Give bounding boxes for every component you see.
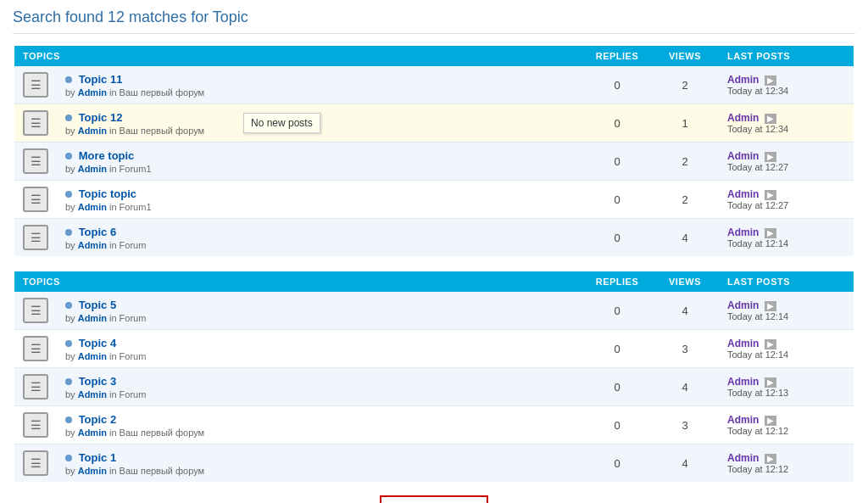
- topic-icon-cell: ☰: [14, 406, 57, 444]
- topic-title-link[interactable]: Topic 6: [79, 226, 117, 238]
- topic-icon: ☰: [23, 374, 48, 400]
- author-link[interactable]: Admin: [78, 126, 107, 136]
- topic-subtitle: by Admin in Forum: [65, 389, 575, 400]
- last-author-link[interactable]: Admin: [727, 376, 759, 388]
- last-post-time: Today at 12:14: [727, 238, 845, 249]
- topic-icon-cell: ☰: [14, 143, 57, 181]
- last-author-link[interactable]: Admin: [727, 150, 759, 162]
- forum-table-1: TOPICS REPLIES VIEWS LAST POSTS ☰ Topic …: [13, 44, 855, 258]
- topic-icon: ☰: [23, 187, 48, 212]
- table2-replies-header: REPLIES: [583, 271, 651, 292]
- author-link[interactable]: Admin: [78, 351, 107, 361]
- last-post-icon: ▶: [765, 114, 776, 124]
- author-link[interactable]: Admin: [78, 466, 107, 476]
- last-post-time: Today at 12:14: [727, 311, 845, 321]
- topic-title-link[interactable]: Topic 4: [79, 337, 117, 349]
- last-post-time: Today at 12:34: [727, 124, 845, 134]
- topic-icon: ☰: [23, 336, 48, 361]
- last-post-icon: ▶: [765, 152, 776, 162]
- author-link[interactable]: Admin: [78, 428, 107, 438]
- topic-subtitle: by Admin in Ваш первый форум: [65, 466, 575, 476]
- last-post-icon: ▶: [765, 377, 776, 388]
- topic-title-link[interactable]: Topic 1: [79, 451, 117, 464]
- topic-subtitle: by Admin in Forum: [65, 313, 575, 323]
- author-link[interactable]: Admin: [78, 240, 107, 250]
- last-post-time: Today at 12:12: [727, 464, 845, 474]
- topic-title-cell: Topic 6 by Admin in Forum: [57, 219, 583, 258]
- last-post-time: Today at 12:12: [727, 426, 845, 436]
- topic-dot: [65, 416, 72, 423]
- last-post-cell: Admin ▶ Today at 12:14: [719, 219, 854, 258]
- topic-icon: ☰: [23, 148, 48, 174]
- pagination-area: [13, 495, 855, 503]
- author-link[interactable]: Admin: [78, 202, 107, 212]
- topic-title-link[interactable]: Topic 11: [79, 73, 123, 86]
- views-cell: 2: [651, 181, 719, 219]
- topic-dot: [65, 455, 72, 461]
- table2-lastposts-header: LAST POSTS: [719, 271, 854, 292]
- topic-title-cell: More topic by Admin in Forum1: [57, 143, 583, 181]
- forum-table-2: TOPICS REPLIES VIEWS LAST POSTS ☰ Topic …: [13, 270, 855, 483]
- views-cell: 3: [651, 330, 719, 368]
- last-post-icon: ▶: [765, 339, 776, 349]
- views-cell: 2: [651, 66, 719, 104]
- table2-views-header: VIEWS: [651, 271, 719, 292]
- topic-subtitle: by Admin in Ваш первый форум: [65, 428, 575, 438]
- views-cell: 2: [651, 143, 719, 181]
- topic-title-cell: Topic 11 by Admin in Ваш первый форум: [57, 66, 583, 104]
- pagination-box[interactable]: [380, 495, 488, 503]
- replies-cell: 0: [583, 143, 651, 181]
- author-link[interactable]: Admin: [78, 313, 107, 323]
- topic-icon: ☰: [23, 110, 48, 136]
- topic-icon: ☰: [23, 298, 48, 323]
- topic-icon-cell: ☰: [14, 292, 57, 330]
- topic-title-link[interactable]: Topic 2: [79, 413, 117, 426]
- topic-icon-cell: ☰: [14, 368, 57, 406]
- last-post-time: Today at 12:27: [727, 200, 845, 210]
- last-author-link[interactable]: Admin: [727, 452, 759, 464]
- views-cell: 4: [651, 368, 719, 406]
- author-link[interactable]: Admin: [78, 389, 107, 400]
- last-post-cell: Admin ▶ Today at 12:13: [719, 368, 854, 406]
- replies-cell: 0: [583, 368, 651, 406]
- last-author-link[interactable]: Admin: [727, 74, 759, 86]
- topic-title-cell: Topic 12 No new posts by Admin in Ваш пе…: [57, 104, 583, 143]
- replies-cell: 0: [583, 444, 651, 483]
- topic-icon-cell: ☰: [14, 104, 57, 143]
- last-author-link[interactable]: Admin: [727, 414, 759, 426]
- table1-lastposts-header: LAST POSTS: [719, 45, 854, 66]
- replies-cell: 0: [583, 330, 651, 368]
- topic-title-link[interactable]: Topic 12: [79, 111, 123, 124]
- topic-subtitle: by Admin in Forum1: [65, 164, 575, 174]
- topic-title-link[interactable]: Topic topic: [79, 187, 136, 200]
- table2-topics-header: TOPICS: [14, 271, 583, 292]
- topic-title-link[interactable]: Topic 3: [79, 375, 117, 388]
- last-author-link[interactable]: Admin: [727, 188, 759, 200]
- topic-icon-cell: ☰: [14, 330, 57, 368]
- topic-dot: [65, 340, 72, 347]
- topic-icon-cell: ☰: [14, 66, 57, 104]
- replies-cell: 0: [583, 66, 651, 104]
- views-cell: 1: [651, 104, 719, 143]
- replies-cell: 0: [583, 406, 651, 444]
- last-author-link[interactable]: Admin: [727, 112, 759, 124]
- topic-icon-cell: ☰: [14, 219, 57, 258]
- last-post-cell: Admin ▶ Today at 12:14: [719, 330, 854, 368]
- last-author-link[interactable]: Admin: [727, 338, 759, 349]
- topic-icon: ☰: [23, 225, 48, 250]
- topic-dot: [65, 153, 72, 159]
- topic-title-link[interactable]: Topic 5: [79, 299, 117, 311]
- author-link[interactable]: Admin: [78, 164, 107, 174]
- last-author-link[interactable]: Admin: [727, 226, 759, 238]
- views-cell: 4: [651, 444, 719, 483]
- last-post-cell: Admin ▶ Today at 12:12: [719, 406, 854, 444]
- last-post-icon: ▶: [765, 228, 776, 238]
- last-post-cell: Admin ▶ Today at 12:27: [719, 143, 854, 181]
- topic-subtitle: by Admin in Forum1: [65, 202, 575, 212]
- topic-title-link[interactable]: More topic: [79, 149, 135, 162]
- topic-subtitle: by Admin in Forum: [65, 351, 575, 361]
- last-post-cell: Admin ▶ Today at 12:27: [719, 181, 854, 219]
- views-cell: 3: [651, 406, 719, 444]
- author-link[interactable]: Admin: [78, 87, 107, 98]
- last-author-link[interactable]: Admin: [727, 299, 759, 311]
